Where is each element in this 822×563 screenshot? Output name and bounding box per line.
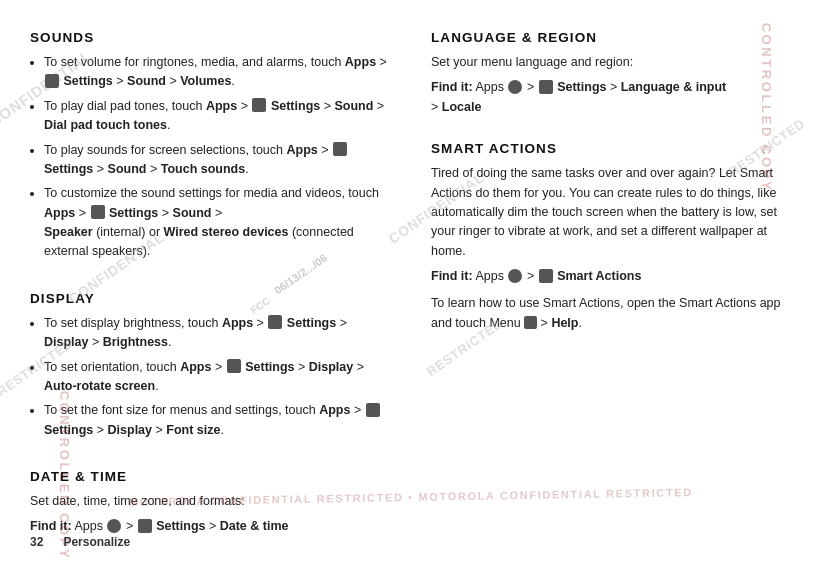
smart-actions-title: SMART ACTIONS (431, 141, 792, 156)
language-description: Set your menu language and region: (431, 55, 633, 69)
display-list: To set display brightness, touch Apps > … (30, 314, 391, 440)
smart-actions-find-text: Apps > Smart Actions (475, 269, 641, 283)
smart-actions-section: SMART ACTIONS Tired of doing the same ta… (431, 141, 792, 333)
display-item-3: To set the font size for menus and setti… (44, 401, 391, 440)
display-section: DISPLAY To set display brightness, touch… (30, 291, 391, 445)
language-section: LANGUAGE & REGION Set your menu language… (431, 30, 792, 117)
language-title: LANGUAGE & REGION (431, 30, 792, 45)
page-number: 32 Personalize (30, 535, 130, 549)
sounds-body: To set volume for ringtones, media, and … (30, 53, 391, 262)
settings-icon-7 (366, 403, 380, 417)
sounds-title: SOUNDS (30, 30, 391, 45)
page-label: Personalize (63, 535, 130, 549)
display-item-2: To set orientation, touch Apps > Setting… (44, 358, 391, 397)
date-time-find-text: Apps > Settings > Date & time (74, 519, 288, 533)
apps-icon-lang (508, 80, 522, 94)
sounds-item-2: To play dial pad tones, touch Apps > Set… (44, 97, 391, 136)
date-time-find-it: Find it: Apps > Settings > Date & time (30, 517, 391, 536)
settings-icon-1 (45, 74, 59, 88)
smart-actions-extra: To learn how to use Smart Actions, open … (431, 294, 792, 333)
smart-actions-body: Tired of doing the same tasks over and o… (431, 164, 792, 333)
settings-icon-4 (91, 205, 105, 219)
settings-icon-3 (333, 142, 347, 156)
display-title: DISPLAY (30, 291, 391, 306)
date-time-find-label: Find it: (30, 519, 72, 533)
sounds-item-3: To play sounds for screen selections, to… (44, 141, 391, 180)
page-number-value: 32 (30, 535, 43, 549)
sounds-section: SOUNDS To set volume for ringtones, medi… (30, 30, 391, 267)
display-body: To set display brightness, touch Apps > … (30, 314, 391, 440)
right-column: LANGUAGE & REGION Set your menu language… (431, 30, 792, 543)
language-find-it: Find it: Apps > Settings > Language & in… (431, 78, 792, 117)
language-find-label: Find it: (431, 80, 473, 94)
apps-icon-sa (508, 269, 522, 283)
sounds-item-1: To set volume for ringtones, media, and … (44, 53, 391, 92)
smart-actions-find-it: Find it: Apps > Smart Actions (431, 267, 792, 286)
apps-icon-dt (107, 519, 121, 533)
smart-actions-find-label: Find it: (431, 269, 473, 283)
date-time-title: DATE & TIME (30, 469, 391, 484)
settings-icon-2 (252, 98, 266, 112)
sounds-item-4: To customize the sound settings for medi… (44, 184, 391, 262)
smart-actions-icon (539, 269, 553, 283)
settings-icon-6 (227, 359, 241, 373)
display-item-1: To set display brightness, touch Apps > … (44, 314, 391, 353)
menu-icon (524, 316, 537, 329)
date-time-body: Set date, time, time zone, and formats: … (30, 492, 391, 537)
sounds-list: To set volume for ringtones, media, and … (30, 53, 391, 262)
left-column: SOUNDS To set volume for ringtones, medi… (30, 30, 391, 543)
date-time-section: DATE & TIME Set date, time, time zone, a… (30, 469, 391, 537)
smart-actions-description: Tired of doing the same tasks over and o… (431, 164, 792, 261)
language-find-text: Apps > Settings > Language & input> Loca… (431, 80, 726, 113)
settings-icon-5 (268, 315, 282, 329)
page-container: SOUNDS To set volume for ringtones, medi… (0, 0, 822, 563)
settings-icon-dt (138, 519, 152, 533)
language-body: Set your menu language and region: Find … (431, 53, 792, 117)
settings-icon-lang (539, 80, 553, 94)
date-time-description: Set date, time, time zone, and formats: (30, 494, 245, 508)
